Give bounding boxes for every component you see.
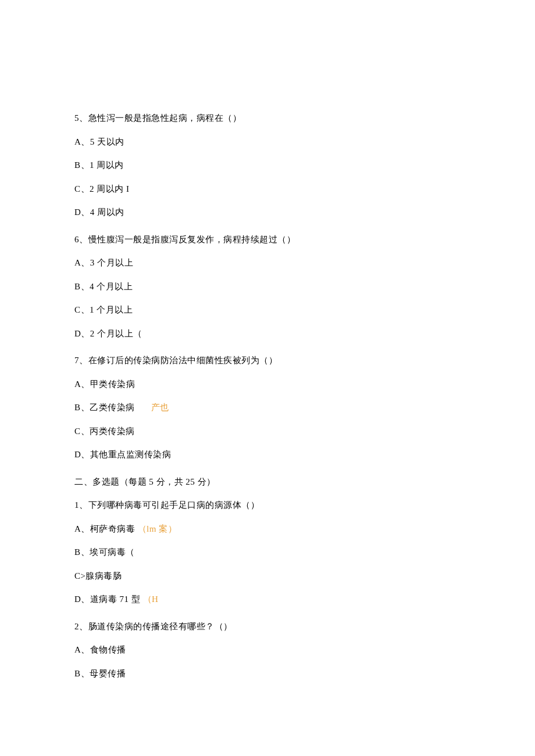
m1-option-b: B、埃可病毒（ [74, 546, 461, 559]
q6-option-c: C、1 个月以上 [74, 303, 461, 317]
q7-option-b-annotation: 产也 [151, 403, 169, 412]
m1-option-a-annotation: （lm 案） [138, 524, 177, 533]
q6-option-d: D、2 个月以上（ [74, 327, 461, 341]
q7-option-a: A、甲类传染病 [74, 378, 461, 391]
m2-option-a: A、食物传播 [74, 643, 461, 657]
m1-option-a: A、柯萨奇病毒 （lm 案） [74, 522, 461, 536]
section-2-header: 二、多选题（每题 5 分，共 25 分） [74, 475, 461, 489]
multi-question-2: 2、肠道传染病的传播途径有哪些？（） [74, 620, 461, 633]
q7-option-d: D、其他重点监测传染病 [74, 448, 461, 461]
q7-option-c: C、丙类传染病 [74, 425, 461, 438]
m1-option-d-text: D、道病毒 71 型 [74, 594, 140, 604]
q6-option-a: A、3 个月以上 [74, 256, 461, 270]
q5-option-d: D、4 周以内 [74, 206, 461, 219]
m1-option-a-text: A、柯萨奇病毒 [74, 524, 135, 533]
multi-question-1: 1、下列哪种病毒可引起手足口病的病源体（） [74, 499, 461, 512]
question-5: 5、急性泻一般是指急性起病，病程在（） [74, 112, 461, 125]
question-7: 7、在修订后的传染病防治法中细菌性疾被列为（） [74, 354, 461, 367]
q5-option-c: C、2 周以内 I [74, 182, 461, 196]
q6-option-b: B、4 个月以上 [74, 280, 461, 293]
m1-option-c: C>腺病毒肠 [74, 569, 461, 583]
q5-option-a: A、5 天以内 [74, 135, 461, 149]
q5-option-b: B、1 周以内 [74, 159, 461, 172]
q7-option-b: B、乙类传染病 产也 [74, 401, 461, 414]
q7-option-b-text: B、乙类传染病 [74, 403, 135, 412]
m1-option-d-annotation: （H [143, 594, 159, 604]
question-6: 6、慢性腹泻一般是指腹泻反复发作，病程持续超过（） [74, 233, 461, 246]
m1-option-d: D、道病毒 71 型 （H [74, 593, 461, 606]
m2-option-b: B、母婴传播 [74, 667, 461, 680]
